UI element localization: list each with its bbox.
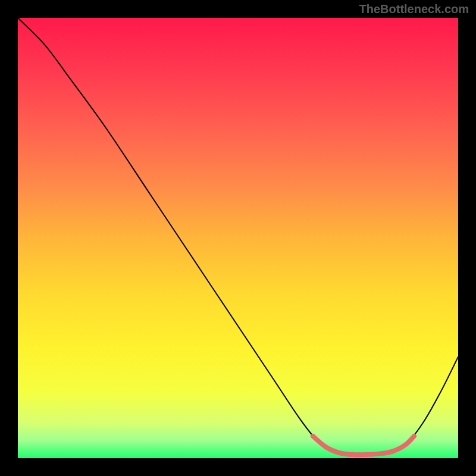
chart-plot-area — [18, 18, 458, 458]
watermark-text: TheBottleneck.com — [359, 2, 469, 16]
optimal-highlight — [313, 436, 414, 455]
bottleneck-curve — [18, 18, 458, 455]
chart-lines — [18, 18, 458, 458]
